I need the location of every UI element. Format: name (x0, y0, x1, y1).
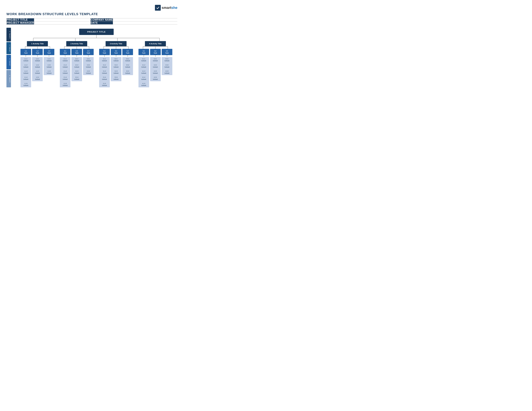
level1-label: LEVEL 1 (6, 28, 11, 41)
company-name-value[interactable] (113, 18, 177, 21)
activity-1-node: 1 Activity Title (27, 41, 48, 46)
task-1-3-group: 1.3Task 1.3.1Subtask1.3.2Subtask1.3.3Sub… (44, 49, 54, 87)
subtask-2-1-node: 2.1.1Subtask2.1.2Subtask2.1.3Subtask2.1.… (60, 57, 70, 87)
l1-to-branch-line (96, 35, 96, 38)
activity-3-group: 3 Activity Title 3.1Task (97, 41, 135, 87)
act3-branch-svg (97, 46, 135, 49)
task11-vline (26, 55, 26, 57)
act2-branch-svg (58, 46, 95, 49)
subtask-2-2-node: 2.2.1Subtask2.2.2Subtask2.2.3Subtask2.2.… (71, 57, 82, 81)
level2-label: LEVEL 2 (6, 42, 11, 54)
task22-vline (76, 55, 77, 57)
branch-svg (12, 38, 177, 41)
subtask-2-3-node: 2.3.1Subtask2.3.2Subtask2.3.3Subtask (83, 57, 94, 75)
subtask-3-1-node: 3.1.1Subtask3.1.2Subtask3.1.3Subtask3.1.… (99, 57, 110, 87)
smartsheet-logo: smartsheet (155, 5, 177, 11)
task21-vline (65, 55, 65, 57)
date-label: DATE (91, 21, 113, 25)
subtask-1-1-node: 1.1.1Subtask1.1.2Subtask1.1.3Subtask1.1.… (20, 57, 31, 87)
task33-vline (127, 55, 128, 57)
subtask-3-2-node: 3.2.1Subtask3.2.2Subtask3.2.3Subtask3.2.… (111, 57, 121, 81)
task-4-2-group: 4.2Task 4.2.1Subtask4.2.2Subtask4.2.3Sub… (150, 49, 161, 87)
task-1-2-group: 1.2Task 1.2.1Subtask1.2.2Subtask1.2.3Sub… (32, 49, 43, 87)
task-4-3-node: 4.3Task (162, 49, 172, 55)
logo-area: smartsheet (6, 5, 177, 11)
task-3-1-group: 3.1Task 3.1.1Subtask3.1.2Subtask3.1.3Sub… (99, 49, 110, 87)
level1-row: PROJECT TITLE (12, 28, 177, 35)
act1-branch (19, 46, 56, 49)
branch-connector-area (12, 38, 177, 41)
info-table: PROJECT TITLE COMPANY NAME PROJECT MANAG… (6, 18, 177, 25)
task-3-1-node: 3.1Task (99, 49, 110, 55)
wbs-chart: LEVEL 1 LEVEL 2 LEVEL 3 LEVEL 4 PROJECT … (6, 28, 177, 87)
chart-content: PROJECT TITLE (12, 28, 177, 87)
task-4-1-group: 4.1Task 4.1.1Subtask4.1.2Subtask4.1.3Sub… (139, 49, 149, 87)
task-3-2-node: 3.2Task (111, 49, 121, 55)
project-title-value[interactable] (34, 18, 91, 21)
task-1-3-node: 1.3Task (44, 49, 54, 55)
date-value[interactable] (113, 21, 177, 25)
task-3-3-node: 3.3Task (122, 49, 133, 55)
subtask-3-3-node: 3.3.1Subtask3.3.2Subtask3.3.3Subtask (122, 57, 133, 75)
subtask-1-3-node: 1.3.1Subtask1.3.2Subtask1.3.3Subtask (44, 57, 54, 75)
task13-vline (49, 55, 49, 57)
project-title-label: PROJECT TITLE (7, 18, 34, 21)
task-2-3-group: 2.3Task 2.3.1Subtask2.3.2Subtask2.3.3Sub… (83, 49, 94, 87)
project-manager-label: PROJECT MANAGER (7, 21, 34, 25)
subtask-4-2-node: 4.2.1Subtask4.2.2Subtask4.2.3Subtask4.2.… (150, 57, 161, 81)
task-3-2-group: 3.2Task 3.2.1Subtask3.2.2Subtask3.2.3Sub… (111, 49, 121, 87)
act1-branch-svg (19, 46, 56, 49)
level-labels-sidebar: LEVEL 1 LEVEL 2 LEVEL 3 LEVEL 4 (6, 28, 11, 87)
act4-tasks-row: 4.1Task 4.1.1Subtask4.1.2Subtask4.1.3Sub… (139, 49, 172, 87)
task42-vline (155, 55, 156, 57)
act3-tasks-row: 3.1Task 3.1.1Subtask3.1.2Subtask3.1.3Sub… (99, 49, 133, 87)
project-manager-value[interactable] (34, 21, 91, 25)
activity-3-node: 3 Activity Title (105, 41, 127, 46)
activity-1-group: 1 Activity Title (19, 41, 56, 87)
task-2-1-group: 2.1Task 2.1.1Subtask2.1.2Subtask2.1.3Sub… (60, 49, 70, 87)
subtask-4-1-node: 4.1.1Subtask4.1.2Subtask4.1.3Subtask4.1.… (139, 57, 149, 87)
subtask-4-3-node: 4.3.1Subtask4.3.2Subtask4.3.3Subtask (162, 57, 172, 75)
act2-branch (58, 46, 95, 49)
task-3-3-group: 3.3Task 3.3.1Subtask3.3.2Subtask3.3.3Sub… (122, 49, 133, 87)
task32-vline (116, 55, 116, 57)
task-2-3-node: 2.3Task (83, 49, 94, 55)
act3-branch (97, 46, 135, 49)
task31-vline (104, 55, 105, 57)
task-4-3-group: 4.3Task 4.3.1Subtask4.3.2Subtask4.3.3Sub… (162, 49, 172, 87)
subtask-1-2-node: 1.2.1Subtask1.2.2Subtask1.2.3Subtask1.2.… (32, 57, 43, 81)
act2-tasks-row: 2.1Task 2.1.1Subtask2.1.2Subtask2.1.3Sub… (60, 49, 94, 87)
page-container: smartsheet WORK BREAKDOWN STRUCTURE LEVE… (6, 5, 177, 87)
level2-activities-row: 1 Activity Title (12, 41, 177, 87)
activity-2-group: 2 Activity Title 2.1Task (58, 41, 95, 87)
level4-label: LEVEL 4 (6, 70, 11, 87)
task23-vline (88, 55, 88, 57)
task-2-2-node: 2.2Task (71, 49, 82, 55)
act4-branch (137, 46, 174, 49)
task-1-1-group: 1.1Task 1.1.1Subtask1.1.2Subtask1.1.3Sub… (20, 49, 31, 87)
task43-vline (167, 55, 167, 57)
activity-4-group: 4 Activity Title 4.1Task (137, 41, 174, 87)
project-title-node: PROJECT TITLE (79, 29, 114, 35)
page-title: WORK BREAKDOWN STRUCTURE LEVELS TEMPLATE (6, 12, 177, 16)
task-4-2-node: 4.2Task (150, 49, 161, 55)
task41-vline (144, 55, 144, 57)
act1-tasks-row: 1.1Task 1.1.1Subtask1.1.2Subtask1.1.3Sub… (20, 49, 54, 87)
task-2-1-node: 2.1Task (60, 49, 70, 55)
task-1-2-node: 1.2Task (32, 49, 43, 55)
task12-vline (37, 55, 38, 57)
checkmark-icon (156, 6, 160, 9)
activity-2-node: 2 Activity Title (66, 41, 87, 46)
task-4-1-node: 4.1Task (139, 49, 149, 55)
level3-label: LEVEL 3 (6, 55, 11, 69)
task-1-1-node: 1.1Task (20, 49, 31, 55)
logo-text: smartsheet (162, 6, 177, 10)
activity-4-node: 4 Activity Title (145, 41, 166, 46)
task-2-2-group: 2.2Task 2.2.1Subtask2.2.2Subtask2.2.3Sub… (71, 49, 82, 87)
act4-branch-svg (137, 46, 174, 49)
logo-checkmark-box (155, 5, 161, 11)
company-name-label: COMPANY NAME (91, 18, 113, 21)
